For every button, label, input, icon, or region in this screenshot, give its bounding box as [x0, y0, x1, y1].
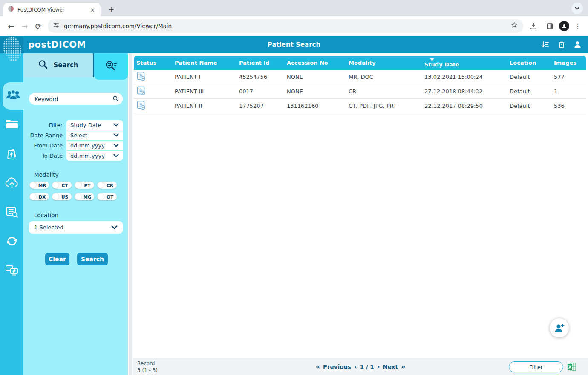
- previous-button[interactable]: Previous: [323, 363, 351, 370]
- chevron-down-icon: [113, 123, 119, 127]
- to-date-value: dd.mm.yyyy: [70, 153, 105, 159]
- sidebar-item-share[interactable]: [0, 258, 23, 285]
- sidebar-item-sync[interactable]: [0, 228, 23, 256]
- cell-location: Default: [507, 103, 551, 109]
- toggle-knob: [52, 182, 59, 188]
- date-range-label: Date Range: [29, 130, 66, 140]
- tab-basic-search-label: Search: [53, 61, 78, 69]
- cloud-upload-icon: [5, 177, 19, 190]
- filter-select[interactable]: Study Date: [66, 120, 123, 130]
- cell-patient-id: 1775207: [236, 103, 284, 109]
- column-header-study-date[interactable]: Study Date: [422, 56, 507, 70]
- folder-icon: [6, 119, 18, 131]
- keyword-search-icon: [112, 95, 119, 104]
- browser-tab[interactable]: PostDICOM Viewer ×: [3, 3, 101, 16]
- cell-modality: CT, PDF, JPG, PRT: [346, 103, 422, 109]
- cell-location: Default: [507, 74, 551, 80]
- results-footer: Record 3 (1 - 3) « Previous ‹ 1 / 1 › Ne…: [133, 358, 588, 375]
- favicon-brain-icon: [8, 6, 14, 14]
- svg-text:X: X: [568, 365, 572, 369]
- next-page-icon[interactable]: ›: [377, 363, 380, 370]
- toggle-knob: [75, 182, 81, 188]
- browser-menu-icon[interactable]: ⋮: [572, 22, 584, 30]
- url-text[interactable]: germany.postdicom.com/Viewer/Main: [64, 23, 506, 29]
- previous-page-icon[interactable]: ‹: [354, 363, 357, 370]
- toggle-knob: [98, 193, 104, 200]
- panel-scrollbar[interactable]: [128, 53, 133, 375]
- cell-study-date: 22.12.2017 08:29:50: [422, 103, 507, 109]
- table-row[interactable]: PATIENT III 0017 NONE CR 27.12.2018 08:4…: [134, 84, 586, 99]
- sidebar-item-patients[interactable]: [3, 82, 23, 110]
- tab-basic-search[interactable]: Search: [23, 53, 93, 77]
- table-row[interactable]: PATIENT I 45254756 NONE MR, DOC 13.02.20…: [134, 70, 586, 84]
- modality-toggle-dx[interactable]: DX: [29, 193, 49, 200]
- results-table: Status Patient Name Patient Id Accession…: [134, 56, 586, 113]
- sidebar-item-query[interactable]: [0, 199, 23, 227]
- export-excel-icon[interactable]: X: [567, 363, 576, 373]
- address-bar[interactable]: germany.postdicom.com/Viewer/Main: [48, 19, 523, 33]
- study-status-icon[interactable]: [136, 86, 147, 97]
- sync-arrows-icon: [6, 235, 18, 249]
- cell-accession-no: NONE: [284, 74, 346, 80]
- column-header-location[interactable]: Location: [507, 60, 551, 66]
- to-date-select[interactable]: dd.mm.yyyy: [66, 151, 123, 161]
- next-button[interactable]: Next: [383, 363, 398, 370]
- table-row[interactable]: PATIENT II 1775207 131162160 CT, PDF, JP…: [134, 99, 586, 113]
- modality-toggle-pt[interactable]: PT: [75, 182, 94, 189]
- side-panel-icon[interactable]: [543, 19, 556, 33]
- column-header-patient-id[interactable]: Patient Id: [236, 60, 284, 66]
- modality-toggle-label: MR: [36, 183, 49, 188]
- new-tab-button[interactable]: +: [106, 4, 117, 15]
- sort-order-icon[interactable]: [540, 40, 550, 49]
- user-account-icon[interactable]: [573, 40, 582, 49]
- column-header-images[interactable]: Images: [551, 60, 586, 66]
- modality-toggle-mg[interactable]: MG: [75, 193, 94, 200]
- modality-toggle-ot[interactable]: OT: [97, 193, 117, 200]
- profile-avatar[interactable]: [559, 21, 569, 31]
- sidebar-item-folders[interactable]: [0, 111, 23, 138]
- tab-title: PostDICOM Viewer: [17, 7, 85, 13]
- modality-toggle-ct[interactable]: CT: [52, 182, 72, 189]
- modality-toggle-mr[interactable]: MR: [29, 182, 49, 189]
- record-count: 3 (1 - 3): [137, 367, 158, 374]
- keyword-input[interactable]: [29, 93, 123, 105]
- add-patient-fab[interactable]: [550, 318, 569, 338]
- study-status-icon[interactable]: [136, 100, 147, 112]
- column-header-status[interactable]: Status: [134, 60, 172, 66]
- toggle-knob: [30, 193, 36, 200]
- forward-button[interactable]: →: [18, 19, 32, 33]
- from-date-select[interactable]: dd.mm.yyyy: [66, 141, 123, 150]
- sidebar-item-upload[interactable]: [0, 170, 23, 197]
- study-status-icon[interactable]: [136, 71, 147, 83]
- back-button[interactable]: ←: [4, 19, 18, 33]
- first-page-icon[interactable]: «: [316, 363, 320, 370]
- sidebar-item-studies[interactable]: [0, 141, 23, 169]
- column-header-accession-no[interactable]: Accession No: [284, 60, 346, 66]
- page-title: Patient Search: [268, 41, 320, 49]
- filter-label: Filter: [29, 120, 66, 130]
- modality-toggle-us[interactable]: US: [52, 193, 72, 200]
- close-tab-icon[interactable]: ×: [89, 6, 96, 13]
- toggle-knob: [75, 193, 81, 200]
- cell-images: 577: [551, 74, 586, 80]
- cell-patient-name: PATIENT III: [172, 88, 236, 95]
- date-range-select[interactable]: Select: [66, 130, 123, 140]
- search-button[interactable]: Search: [77, 253, 108, 265]
- date-range-value: Select: [70, 132, 87, 138]
- column-header-modality[interactable]: Modality: [346, 60, 422, 66]
- site-settings-icon[interactable]: [53, 22, 60, 30]
- clear-button[interactable]: Clear: [45, 253, 69, 265]
- reload-button[interactable]: ⟳: [32, 19, 45, 33]
- recycle-bin-icon[interactable]: [557, 40, 566, 49]
- filter-button[interactable]: Filter: [509, 361, 563, 372]
- chevron-down-icon: [113, 133, 119, 137]
- person-plus-icon: [554, 323, 565, 333]
- tab-advanced-search[interactable]: [94, 53, 128, 80]
- location-select[interactable]: 1 Selected: [29, 221, 123, 234]
- column-header-patient-name[interactable]: Patient Name: [172, 60, 236, 66]
- downloads-icon[interactable]: [527, 19, 540, 33]
- modality-toggle-cr[interactable]: CR: [97, 182, 117, 189]
- tab-list-chevron-button[interactable]: [571, 3, 583, 14]
- last-page-icon[interactable]: »: [401, 363, 405, 370]
- bookmark-star-icon[interactable]: [510, 21, 518, 31]
